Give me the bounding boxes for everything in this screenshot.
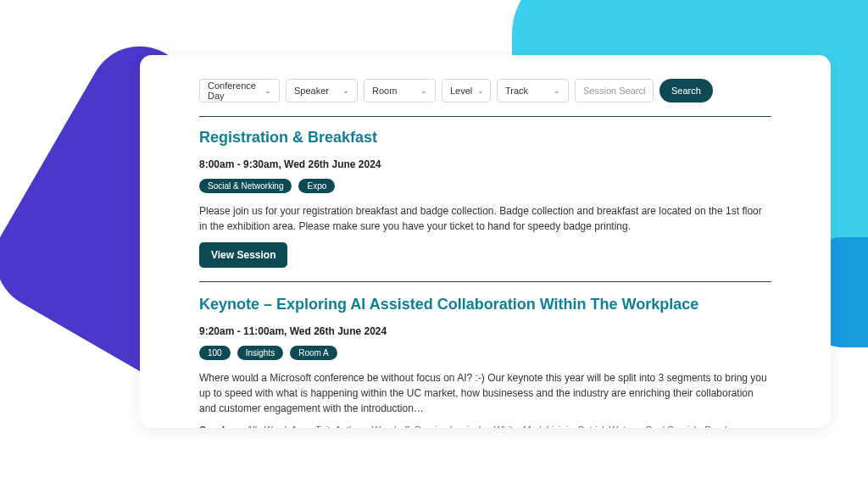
room-select[interactable]: Room ⌄ <box>364 79 436 103</box>
search-button[interactable]: Search <box>659 79 713 103</box>
speaker-select[interactable]: Speaker ⌄ <box>286 79 358 103</box>
room-label: Room <box>372 86 397 96</box>
session-title[interactable]: Keynote – Exploring AI Assisted Collabor… <box>199 296 771 313</box>
session-tags: 100 Insights Room A <box>199 346 771 360</box>
speakers-label: Speakers: <box>199 424 244 428</box>
chevron-down-icon: ⌄ <box>264 86 271 95</box>
sessions-card: Conference Day ⌄ Speaker ⌄ Room ⌄ Level … <box>140 55 831 428</box>
speaker-label: Speaker <box>294 86 329 96</box>
conference-day-select[interactable]: Conference Day ⌄ <box>199 79 280 103</box>
session-speakers: Speakers: Ally Ward, Anna Tait, Anthony … <box>199 424 771 428</box>
tag[interactable]: Social & Networking <box>199 179 292 193</box>
session-time: 8:00am - 9:30am, Wed 26th June 2024 <box>199 158 771 170</box>
tag[interactable]: Expo <box>298 179 335 193</box>
chevron-down-icon: ⌄ <box>420 86 427 95</box>
session-description: Where would a Microsoft conference be wi… <box>199 370 771 416</box>
session-title[interactable]: Registration & Breakfast <box>199 129 771 147</box>
session-description: Please join us for your registration bre… <box>199 203 771 234</box>
track-label: Track <box>505 86 528 96</box>
tag[interactable]: Room A <box>290 346 337 360</box>
chevron-down-icon: ⌄ <box>554 86 560 95</box>
speakers-names: Ally Ward, Anna Tait, Anthony Woodruff, … <box>199 424 731 428</box>
level-select[interactable]: Level ⌄ <box>442 79 491 103</box>
view-session-button[interactable]: View Session <box>199 242 287 268</box>
filter-divider <box>199 116 771 117</box>
tag[interactable]: Insights <box>237 346 283 360</box>
conference-day-label: Conference Day <box>208 80 259 101</box>
session-tags: Social & Networking Expo <box>199 179 771 193</box>
session-item: Registration & Breakfast 8:00am - 9:30am… <box>199 129 771 282</box>
search-input[interactable] <box>575 79 654 103</box>
session-time: 9:20am - 11:00am, Wed 26th June 2024 <box>199 325 771 337</box>
chevron-down-icon: ⌄ <box>342 86 349 95</box>
filter-bar: Conference Day ⌄ Speaker ⌄ Room ⌄ Level … <box>199 79 771 103</box>
session-divider <box>199 281 771 282</box>
tag[interactable]: 100 <box>199 346 231 360</box>
track-select[interactable]: Track ⌄ <box>497 79 569 103</box>
chevron-down-icon: ⌄ <box>477 86 484 95</box>
level-label: Level <box>450 86 472 96</box>
session-item: Keynote – Exploring AI Assisted Collabor… <box>199 296 771 428</box>
